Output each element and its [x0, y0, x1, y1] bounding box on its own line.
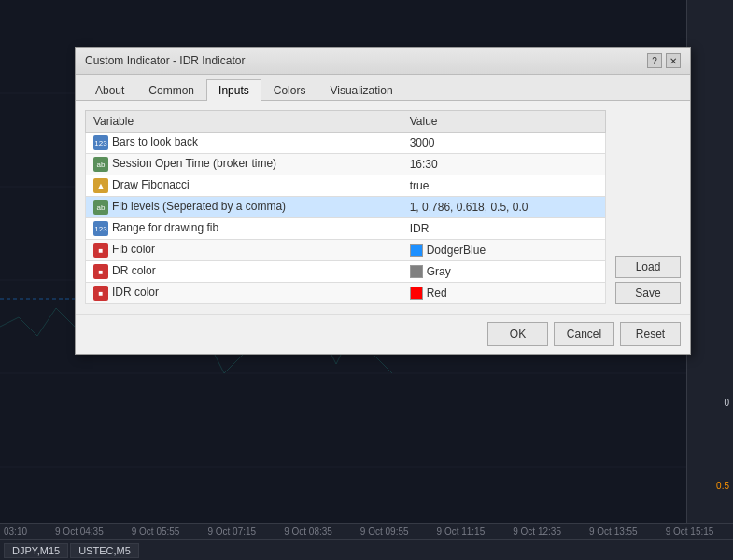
- col-variable: Variable: [86, 111, 402, 133]
- table-section: Variable Value 123Bars to look back3000a…: [85, 110, 606, 304]
- table-row[interactable]: abSession Open Time (broker time)16:30: [86, 154, 606, 175]
- table-row[interactable]: ■Fib colorDodgerBlue: [86, 240, 606, 261]
- table-row[interactable]: abFib levels (Seperated by a comma)1, 0.…: [86, 197, 606, 218]
- timestamp-bar: 03:10 9 Oct 04:35 9 Oct 05:55 9 Oct 07:1…: [0, 523, 733, 539]
- param-value-3[interactable]: 1, 0.786, 0.618, 0.5, 0.0: [402, 197, 605, 218]
- table-row[interactable]: ■DR colorGray: [86, 261, 606, 283]
- dialog-footer: OK Cancel Reset: [76, 314, 690, 354]
- tab-inputs[interactable]: Inputs: [206, 79, 261, 101]
- ts-0: 03:10: [4, 526, 27, 537]
- dialog-tabs: About Common Inputs Colors Visualization: [76, 75, 690, 101]
- dialog-title: Custom Indicator - IDR Indicator: [85, 54, 245, 67]
- ts-3: 9 Oct 07:15: [207, 526, 256, 537]
- level-0: 0: [724, 398, 729, 408]
- chart-tab-djpy[interactable]: DJPY,M15: [4, 543, 68, 558]
- ts-6: 9 Oct 11:15: [437, 526, 486, 537]
- param-variable-5: ■Fib color: [86, 240, 402, 261]
- custom-indicator-dialog: Custom Indicator - IDR Indicator ? ✕ Abo…: [75, 47, 691, 355]
- ts-2: 9 Oct 05:55: [132, 526, 180, 537]
- dialog-controls: ? ✕: [647, 53, 681, 68]
- param-value-2[interactable]: true: [402, 175, 605, 197]
- param-value-7[interactable]: Red: [402, 283, 605, 304]
- table-row[interactable]: ■IDR colorRed: [86, 283, 606, 304]
- param-variable-4: 123Range for drawing fib: [86, 218, 402, 240]
- param-variable-7: ■IDR color: [86, 283, 402, 304]
- param-variable-1: abSession Open Time (broker time): [86, 154, 402, 175]
- param-variable-3: abFib levels (Seperated by a comma): [86, 197, 402, 218]
- param-variable-0: 123Bars to look back: [86, 133, 402, 154]
- chart-tab-ustec[interactable]: USTEC,M5: [70, 543, 139, 558]
- param-value-4[interactable]: IDR: [402, 218, 605, 240]
- ts-5: 9 Oct 09:55: [360, 526, 409, 537]
- level-05: 0.5: [716, 481, 729, 491]
- table-row[interactable]: ▲Draw Fibonaccitrue: [86, 175, 606, 197]
- tab-about[interactable]: About: [83, 79, 136, 101]
- reset-button[interactable]: Reset: [620, 322, 681, 346]
- save-button[interactable]: Save: [615, 282, 681, 304]
- table-row[interactable]: 123Bars to look back3000: [86, 133, 606, 154]
- ts-9: 9 Oct 15:15: [666, 526, 714, 537]
- button-section: Load Save: [615, 110, 681, 304]
- load-button[interactable]: Load: [615, 256, 681, 278]
- dialog-close-button[interactable]: ✕: [666, 53, 681, 68]
- param-value-1[interactable]: 16:30: [402, 154, 605, 175]
- param-value-0[interactable]: 3000: [402, 133, 605, 154]
- col-value: Value: [402, 111, 605, 133]
- right-axis: 0 0.5: [686, 0, 733, 523]
- param-value-6[interactable]: Gray: [402, 261, 605, 283]
- ok-button[interactable]: OK: [487, 322, 548, 346]
- tab-visualization[interactable]: Visualization: [317, 79, 404, 101]
- dialog-help-button[interactable]: ?: [647, 53, 662, 68]
- param-value-5[interactable]: DodgerBlue: [402, 240, 605, 261]
- table-row[interactable]: 123Range for drawing fibIDR: [86, 218, 606, 240]
- tab-common[interactable]: Common: [136, 79, 206, 101]
- param-variable-6: ■DR color: [86, 261, 402, 283]
- param-variable-2: ▲Draw Fibonacci: [86, 175, 402, 197]
- ts-4: 9 Oct 08:35: [284, 526, 332, 537]
- bottom-bar: DJPY,M15 USTEC,M5: [0, 539, 733, 560]
- tab-colors[interactable]: Colors: [261, 79, 318, 101]
- dialog-body: Variable Value 123Bars to look back3000a…: [76, 101, 690, 314]
- ts-8: 9 Oct 13:55: [589, 526, 638, 537]
- cancel-button[interactable]: Cancel: [554, 322, 614, 346]
- dialog-titlebar: Custom Indicator - IDR Indicator ? ✕: [76, 48, 690, 75]
- dialog-main-content: Variable Value 123Bars to look back3000a…: [85, 110, 681, 304]
- params-table: Variable Value 123Bars to look back3000a…: [85, 110, 606, 304]
- ts-7: 9 Oct 12:35: [513, 526, 561, 537]
- ts-1: 9 Oct 04:35: [55, 526, 104, 537]
